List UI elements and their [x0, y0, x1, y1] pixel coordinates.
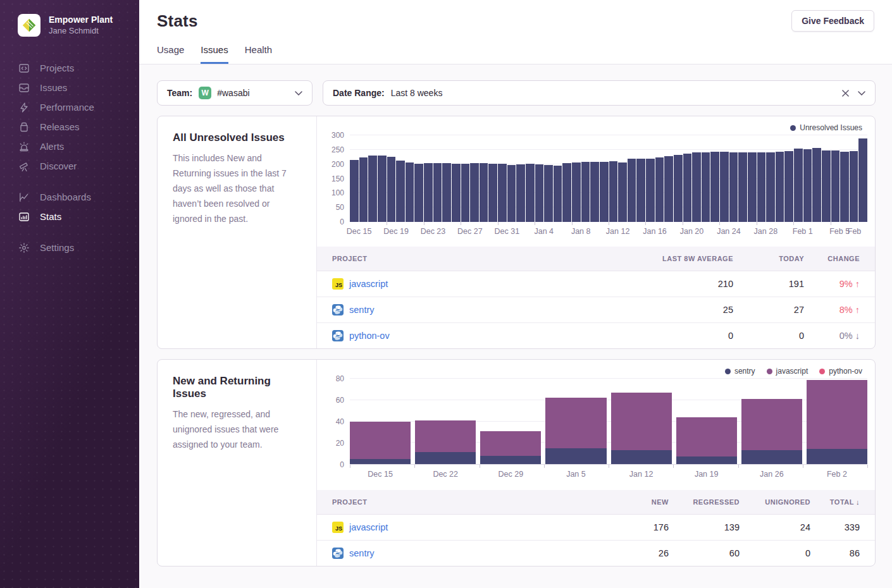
bar [452, 164, 461, 222]
column-header-new[interactable]: NEW [593, 490, 669, 515]
column-header-change[interactable]: CHANGE [804, 247, 875, 271]
column-header-regressed[interactable]: REGRESSED [669, 490, 740, 515]
y-tick-label: 80 [336, 375, 344, 383]
sidebar-item-label: Releases [40, 121, 80, 132]
legend-dot-icon [725, 369, 731, 374]
x-tick-mark [609, 222, 609, 225]
sidebar-item-issues[interactable]: Issues [18, 78, 139, 97]
bar-segment-sentry [676, 456, 737, 464]
x-tick-label: Dec 31 [495, 227, 520, 236]
x-tick-label: Feb 1 [793, 227, 813, 236]
bar [794, 149, 803, 222]
new-returning-chart-x-axis: Dec 15Dec 22Dec 29Jan 5Jan 12Jan 19Jan 2… [350, 465, 867, 482]
column-header-today[interactable]: TODAY [733, 247, 804, 271]
date-range-label: Date Range: [333, 88, 385, 98]
bar [674, 155, 683, 222]
project-link[interactable]: javascript [349, 279, 388, 289]
column-header-project[interactable]: PROJECT [317, 247, 613, 271]
tab-health[interactable]: Health [245, 44, 272, 64]
legend-item-javascript[interactable]: javascript [767, 367, 808, 376]
content: Team: W #wasabi Date Range: Last 8 weeks [139, 64, 892, 588]
x-tick-label: Dec 22 [415, 465, 476, 482]
bar-segment-javascript [807, 380, 867, 450]
unresolved-panel-title: All Unresolved Issues [173, 132, 301, 144]
bar [480, 163, 488, 222]
unresolved-chart-plot [350, 135, 867, 222]
clear-icon[interactable] [842, 90, 849, 97]
bar-segment-javascript [611, 393, 672, 450]
sidebar-item-stats[interactable]: Stats [18, 207, 139, 226]
team-selector-value: #wasabi [217, 88, 249, 98]
new-returning-chart-y-axis: 020406080 [325, 379, 350, 465]
x-tick-mark [350, 465, 350, 468]
sidebar-item-label: Discover [40, 161, 77, 171]
bar-segment-sentry [545, 448, 606, 464]
sidebar-item-alerts[interactable]: Alerts [18, 137, 139, 156]
bar [442, 163, 451, 222]
project-link[interactable]: sentry [349, 305, 375, 315]
bar [572, 162, 581, 222]
change-cell: 0% ↓ [804, 323, 875, 349]
x-tick-mark [673, 465, 674, 468]
tab-issues[interactable]: Issues [201, 44, 228, 64]
bar [729, 152, 738, 223]
value-cell: 176 [593, 515, 669, 541]
sidebar-item-projects[interactable]: Projects [18, 58, 139, 78]
org-user-name: Jane Schmidt [49, 26, 113, 37]
x-tick-mark [387, 222, 387, 225]
sort-descending-icon: ↓ [856, 498, 860, 506]
bar [628, 159, 636, 222]
bar [655, 157, 664, 222]
x-tick-mark [719, 222, 720, 225]
bar-segment-javascript [676, 417, 737, 456]
sidebar-item-dashboards[interactable]: Dashboards [18, 187, 139, 207]
table-row: sentry2660086 [317, 541, 875, 567]
bar [683, 154, 692, 222]
project-link[interactable]: javascript [349, 522, 388, 532]
value-cell: 27 [733, 297, 804, 323]
change-value: 0% ↓ [839, 331, 860, 341]
js-project-icon: JS [332, 278, 344, 290]
column-header-unignored[interactable]: UNIGNORED [740, 490, 810, 515]
column-header-total[interactable]: TOTAL↓ [810, 490, 875, 515]
date-range-value: Last 8 weeks [391, 88, 443, 98]
x-tick-mark [793, 222, 794, 225]
sidebar-nav-secondary: DashboardsStats [18, 187, 139, 226]
sidebar-item-releases[interactable]: Releases [18, 117, 139, 137]
x-tick-label: Dec 19 [383, 227, 409, 236]
sidebar-item-settings[interactable]: Settings [18, 238, 139, 257]
date-range-selector[interactable]: Date Range: Last 8 weeks [323, 80, 876, 106]
x-tick-label: Dec 15 [347, 227, 372, 236]
team-selector[interactable]: Team: W #wasabi [157, 80, 313, 106]
stacked-bar [350, 379, 411, 464]
org-logo-icon [18, 14, 40, 37]
tab-usage[interactable]: Usage [157, 44, 184, 64]
legend-item-python-ov[interactable]: python-ov [819, 367, 862, 376]
bar [664, 156, 673, 222]
legend-item-unresolved-issues[interactable]: Unresolved Issues [790, 123, 862, 132]
sidebar-item-label: Issues [40, 82, 67, 93]
team-avatar: W [199, 87, 211, 99]
issues-icon [18, 82, 30, 94]
x-tick-mark [738, 465, 739, 468]
legend-dot-icon [790, 125, 796, 131]
project-link[interactable]: sentry [349, 548, 375, 558]
sidebar-item-discover[interactable]: Discover [18, 156, 139, 176]
change-value: 9% ↑ [839, 279, 860, 289]
new-returning-panel-info: New and Returning Issues The new, regres… [158, 360, 317, 566]
project-link[interactable]: python-ov [349, 331, 390, 341]
x-tick-label: Feb 5 [829, 227, 850, 236]
column-header-project[interactable]: PROJECT [317, 490, 593, 515]
legend-item-sentry[interactable]: sentry [725, 367, 755, 376]
column-header-last-8w-average[interactable]: LAST 8W AVERAGE [613, 247, 733, 271]
x-tick-mark [683, 222, 683, 225]
org-switcher[interactable]: Empower Plant Jane Schmidt [18, 14, 139, 37]
bar [738, 152, 747, 222]
x-tick-mark [645, 222, 646, 225]
chevron-down-icon [858, 91, 865, 95]
new-returning-chart-legend: sentryjavascriptpython-ov [325, 365, 867, 377]
sidebar-item-performance[interactable]: Performance [18, 97, 139, 117]
python-project-icon [332, 330, 344, 341]
bar [840, 152, 849, 222]
give-feedback-button[interactable]: Give Feedback [791, 10, 874, 32]
